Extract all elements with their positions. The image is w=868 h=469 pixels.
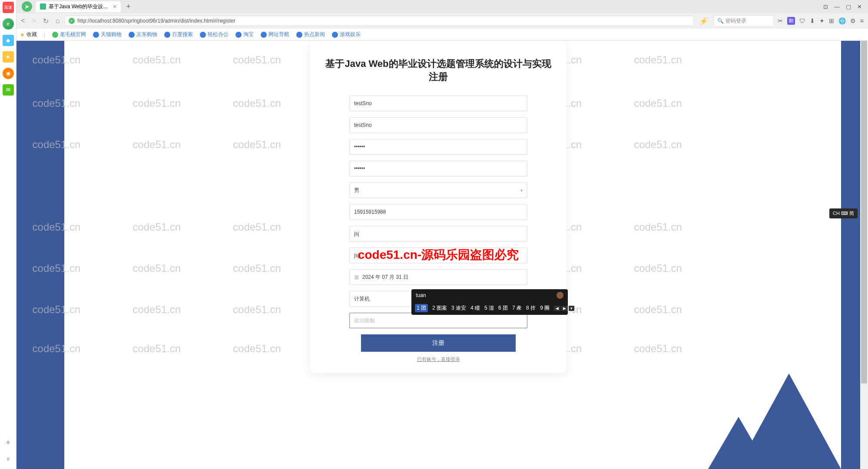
gear-icon[interactable]: ⚙ [850, 17, 856, 24]
sidebar-app1-icon[interactable]: ◆ [3, 35, 14, 41]
new-tab-button[interactable]: + [123, 2, 134, 11]
nav-reload-icon[interactable]: ↻ [41, 17, 50, 25]
bm-icon [164, 32, 170, 38]
bookmark-item[interactable]: 京东购物 [129, 31, 157, 38]
tab-bar: ➤ 基于Java Web的毕业设计选题 × + ⊡ — ▢ ✕ [17, 0, 868, 13]
browser-logo-icon[interactable]: ➤ [22, 1, 32, 12]
address-bar: < > ↻ ⌂ ✓ http://localhost:8080/springbo… [17, 13, 868, 29]
search-icon: 🔍 [717, 18, 724, 24]
bookmark-item[interactable]: 网址导航 [261, 31, 289, 38]
url-lock-icon: ✓ [69, 18, 75, 24]
bookmark-item[interactable]: 百度搜索 [164, 31, 193, 38]
bm-icon [52, 32, 58, 38]
tab-favicon-icon [40, 3, 46, 10]
bookmark-item[interactable]: 天猫购物 [93, 31, 122, 38]
bookmark-item[interactable]: 老毛桃官网 [52, 31, 86, 38]
window-close-icon[interactable]: ✕ [857, 3, 862, 10]
sidebar-badge-icon[interactable]: 高速 [3, 2, 14, 13]
bookmark-item[interactable]: 淘宝 [235, 31, 254, 38]
tab-close-icon[interactable]: × [113, 3, 116, 10]
window-minimize-icon[interactable]: — [834, 3, 840, 10]
apps-icon[interactable]: ⊞ [829, 17, 834, 24]
scrollbar-track[interactable] [860, 41, 868, 41]
url-input[interactable]: ✓ http://localhost:8080/springboot96r19/… [65, 16, 694, 26]
browser-search-input[interactable]: 🔍 密码登录 [713, 15, 774, 27]
search-placeholder: 密码登录 [726, 17, 746, 25]
menu-icon[interactable]: ≡ [860, 17, 864, 24]
browser-chrome: ➤ 基于Java Web的毕业设计选题 × + ⊡ — ▢ ✕ < > ↻ ⌂ … [17, 0, 868, 41]
extension-icon[interactable]: ✦ [819, 17, 825, 24]
bm-icon [129, 32, 135, 38]
nav-speed-icon[interactable]: ⚡ [698, 17, 710, 25]
nav-back-icon[interactable]: < [19, 17, 27, 25]
globe-icon[interactable]: 🌐 [838, 17, 846, 24]
bookmark-fav[interactable]: ★ 收藏 [20, 31, 37, 38]
bm-icon [93, 32, 99, 38]
nav-home-icon[interactable]: ⌂ [54, 17, 62, 25]
bm-icon [200, 32, 206, 38]
left-sidebar: 高速 e ◆ ★ ◉ ✉ + ≡ [0, 0, 17, 41]
bm-icon [332, 32, 338, 38]
translate-icon[interactable]: 翻 [787, 17, 795, 25]
bookmark-item[interactable]: 热点新闻 [296, 31, 325, 38]
bm-icon [296, 32, 302, 38]
tab-title: 基于Java Web的毕业设计选题 [49, 3, 109, 10]
bookmark-fav-label: 收藏 [27, 31, 37, 38]
url-text: http://localhost:8080/springboot96r19/ad… [77, 18, 235, 24]
window-pip-icon[interactable]: ⊡ [823, 3, 828, 10]
page-viewport: code51.cncode51.cncode51.cncode51.cncode… [17, 41, 860, 41]
shield-icon[interactable]: 🛡 [799, 17, 805, 24]
nav-forward-icon[interactable]: > [30, 17, 37, 25]
bookmark-item[interactable]: 游戏娱乐 [332, 31, 361, 38]
window-controls: ⊡ — ▢ ✕ [823, 3, 866, 10]
download-icon[interactable]: ⬇ [810, 17, 815, 24]
scissors-icon[interactable]: ✂ [778, 17, 783, 24]
bookmark-item[interactable]: 轻松办公 [200, 31, 229, 38]
register-card: 基于Java Web的毕业设计选题管理系统的设计与实现 注册 男 ▾ ▦ 202… [310, 41, 567, 41]
bg-blue-left [17, 41, 64, 41]
toolbar-icons: ✂ 翻 🛡 ⬇ ✦ ⊞ 🌐 ⚙ ≡ [778, 17, 865, 25]
scrollbar-thumb[interactable] [861, 41, 867, 41]
bm-icon [235, 32, 242, 38]
bm-icon [261, 32, 267, 38]
star-icon: ★ [20, 32, 25, 38]
bookmarks-bar: ★ 收藏 | 老毛桃官网 天猫购物 京东购物 百度搜索 轻松办公 淘宝 网址导航… [17, 29, 868, 41]
window-maximize-icon[interactable]: ▢ [846, 3, 851, 10]
bg-blue-right [841, 41, 860, 41]
browser-tab[interactable]: 基于Java Web的毕业设计选题 × [36, 1, 121, 12]
sidebar-360-icon[interactable]: e [3, 18, 14, 30]
